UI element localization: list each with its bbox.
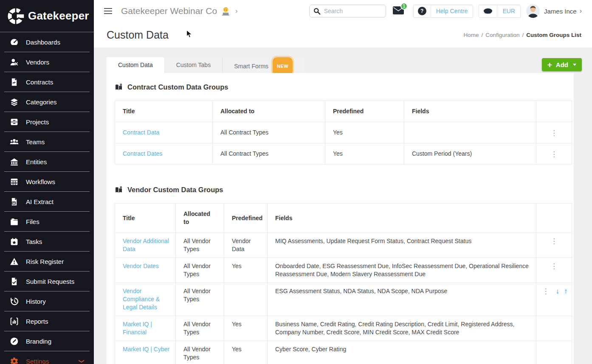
breadcrumb-home[interactable]: Home — [463, 32, 479, 38]
page-title: Custom Data — [107, 29, 169, 41]
history-icon — [10, 297, 19, 306]
allocated-to-cell: All Vendor Types — [176, 233, 224, 258]
group-title-link[interactable]: Market IQ | Cyber — [123, 346, 169, 353]
sidebar-item-contracts[interactable]: Contracts — [4, 72, 90, 92]
company-selector[interactable]: Gatekeeper Webinar Co › — [121, 6, 238, 16]
col-allocated-to: Allocated to — [176, 204, 224, 233]
sidebar-item-ai-extract[interactable]: AIAI Extract — [4, 192, 90, 212]
row-menu-icon[interactable]: ⋮ — [549, 262, 559, 270]
title-cell: Contract Dates — [115, 143, 213, 165]
sidebar-nav: DashboardsVendorsContractsCategoriesProj… — [0, 32, 94, 364]
row-menu-icon[interactable]: ⋮ — [549, 129, 559, 137]
table-row: Market IQ | CyberAll Vendor TypesYesCybe… — [115, 341, 572, 364]
table-row: Vendor Additional DataAll Vendor TypesVe… — [115, 233, 572, 258]
chevron-down-icon: ❯ — [79, 359, 85, 364]
predefined-cell — [224, 283, 268, 316]
search-input[interactable] — [309, 5, 386, 17]
move-down-icon[interactable]: ↓ — [556, 287, 560, 295]
projects-icon — [10, 118, 19, 126]
col-title: Title — [115, 204, 176, 233]
sidebar-item-tasks[interactable]: Tasks — [4, 232, 90, 252]
user-menu[interactable]: James Ince — [544, 8, 577, 15]
workflows-icon — [10, 177, 19, 186]
move-up-icon[interactable]: ↑ — [564, 287, 568, 295]
contract-groups-table: Title Allocated to Predefined Fields Con… — [115, 101, 572, 165]
sidebar-item-files[interactable]: Files — [4, 212, 90, 232]
sidebar-item-workflows[interactable]: Workflows — [4, 172, 90, 192]
group-title-link[interactable]: Vendor Compliance & Legal Details — [123, 288, 160, 311]
sidebar-item-entities[interactable]: Entities — [4, 152, 90, 172]
sidebar-item-dashboards[interactable]: Dashboards — [4, 32, 90, 52]
files-icon — [10, 217, 19, 226]
sidebar-item-history[interactable]: History — [4, 291, 90, 311]
sidebar-item-projects[interactable]: Projects — [4, 112, 90, 132]
currency-button[interactable]: EUR — [479, 5, 521, 18]
entities-icon — [10, 157, 19, 166]
breadcrumb: Home/Configuration/Custom Groups List — [463, 32, 581, 38]
predefined-cell: Yes — [224, 316, 268, 341]
group-title-link[interactable]: Vendor Additional Data — [123, 238, 169, 252]
group-title-link[interactable]: Market IQ | Financial — [123, 321, 152, 336]
title-cell: Vendor Compliance & Legal Details — [115, 283, 176, 316]
predefined-cell: Yes — [325, 122, 404, 143]
tab-custom-tabs[interactable]: Custom Tabs — [164, 57, 222, 73]
add-button[interactable]: + Add — [542, 58, 582, 71]
fields-cell — [404, 122, 536, 143]
allocated-to-cell: All Vendor Types — [176, 283, 224, 316]
chevron-right-icon: › — [580, 7, 582, 15]
tab-custom-data[interactable]: Custom Data — [107, 57, 164, 73]
sidebar: Gatekeeper DashboardsVendorsContractsCat… — [0, 0, 94, 364]
title-cell: Vendor Dates — [115, 258, 176, 283]
fields-cell: Cyber Score, Cyber Rating — [268, 341, 536, 364]
search-icon — [313, 8, 321, 15]
allocated-to-cell: All Contract Types — [213, 143, 325, 165]
topbar: Gatekeeper Webinar Co › 1 — [94, 0, 592, 22]
actions-cell: ⋮ — [536, 258, 572, 283]
predefined-cell: Vendor Data — [224, 233, 268, 258]
section-title-vendor-groups: Vendor Custom Data Groups — [115, 186, 572, 194]
sidebar-item-settings[interactable]: Settings❯ — [4, 351, 90, 364]
group-title-link[interactable]: Contract Dates — [123, 150, 162, 157]
fields-cell: Business Name, Credit Rating, Credit Rat… — [268, 316, 536, 341]
tasks-icon — [10, 237, 19, 246]
tabs-row: Custom Data Custom Tabs Smart Forms NEW … — [107, 57, 574, 73]
main-area: Gatekeeper Webinar Co › 1 — [94, 0, 592, 364]
avatar[interactable] — [526, 4, 540, 18]
col-predefined: Predefined — [325, 101, 404, 122]
sidebar-item-reports[interactable]: Reports — [4, 311, 90, 331]
sidebar-item-risk-register[interactable]: Risk Register — [4, 252, 90, 272]
contracts-icon — [10, 78, 19, 87]
vendor-groups-table: Title Allocated to Predefined Fields Ven… — [115, 203, 572, 364]
row-menu-icon[interactable]: ⋮ — [541, 287, 551, 295]
actions-cell — [536, 316, 572, 341]
table-row: Vendor DatesAll Vendor TypesYesOnboarded… — [115, 258, 572, 283]
content-area: Custom Data Custom Tabs Smart Forms NEW … — [94, 48, 592, 364]
group-title-link[interactable]: Contract Data — [123, 129, 159, 136]
table-row: Market IQ | FinancialAll Vendor TypesYes… — [115, 316, 572, 341]
data-group-icon — [115, 186, 123, 194]
title-cell: Contract Data — [115, 122, 213, 143]
title-cell: Vendor Additional Data — [115, 233, 176, 258]
app-logo[interactable]: Gatekeeper — [0, 0, 94, 32]
breadcrumb-configuration[interactable]: Configuration — [485, 32, 519, 38]
actions-cell: ⋮ — [536, 143, 572, 165]
sidebar-item-teams[interactable]: Teams — [4, 132, 90, 152]
messages-button[interactable]: 1 — [393, 6, 404, 16]
menu-toggle-icon[interactable] — [104, 6, 112, 16]
col-fields: Fields — [268, 204, 536, 233]
row-menu-icon[interactable]: ⋮ — [549, 237, 559, 245]
caret-down-icon — [573, 64, 576, 66]
row-menu-icon[interactable]: ⋮ — [549, 150, 559, 158]
sidebar-item-branding[interactable]: Branding — [4, 331, 90, 351]
sidebar-item-submit-requests[interactable]: Submit Requests — [4, 272, 90, 291]
table-header-row: Title Allocated to Predefined Fields — [115, 204, 572, 233]
actions-cell — [536, 341, 572, 364]
vendors-icon — [10, 58, 19, 67]
col-fields: Fields — [404, 101, 536, 122]
group-title-link[interactable]: Vendor Dates — [123, 263, 159, 269]
help-centre-button[interactable]: ? Help Centre — [413, 5, 474, 18]
currency-label: EUR — [497, 8, 520, 14]
sidebar-item-vendors[interactable]: Vendors — [4, 52, 90, 72]
sidebar-item-categories[interactable]: Categories — [4, 92, 90, 112]
col-actions — [536, 101, 572, 122]
